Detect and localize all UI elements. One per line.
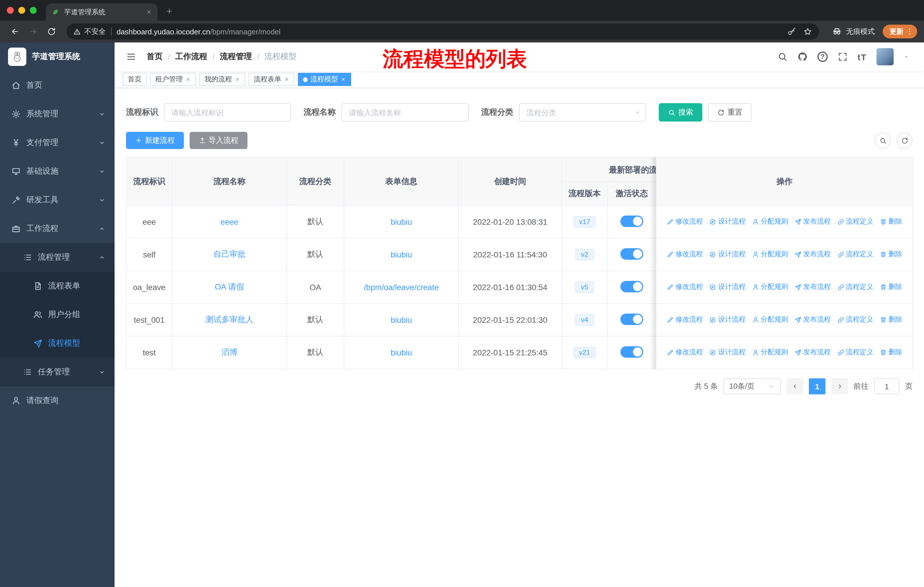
action-publish[interactable]: 发布流程 [795,348,831,357]
reset-button[interactable]: 重置 [708,103,752,122]
action-assign-rule[interactable]: 分配规则 [752,348,788,357]
action-publish[interactable]: 发布流程 [795,250,831,260]
action-delete[interactable]: 删除 [880,348,902,357]
sidebar-item-dev-tools[interactable]: 研发工具 [0,186,115,214]
breadcrumb-workflow[interactable]: 工作流程 [175,51,207,62]
version-tag[interactable]: v2 [575,249,594,260]
action-delete[interactable]: 删除 [880,282,902,292]
process-name-link[interactable]: 测试多审批人 [205,315,254,324]
action-publish[interactable]: 发布流程 [795,315,831,325]
create-process-button[interactable]: 新建流程 [126,132,184,149]
active-toggle[interactable] [620,248,643,260]
tab-close-icon[interactable] [146,9,152,15]
browser-update-button[interactable]: 更新 [883,25,917,38]
form-info-link[interactable]: /bpm/oa/leave/create [364,283,439,292]
process-name-link[interactable]: eeee [221,217,238,227]
sidebar-item-payment-management[interactable]: 支付管理 [0,128,115,157]
action-delete[interactable]: 删除 [880,217,902,227]
github-icon[interactable] [797,51,808,62]
action-publish[interactable]: 发布流程 [795,282,831,292]
tag-process-form[interactable]: 流程表单 [249,73,294,86]
close-icon[interactable] [341,75,346,83]
reload-button[interactable] [43,23,59,40]
font-size-icon[interactable]: tT [858,52,867,62]
tag-process-model[interactable]: 流程模型 [298,73,351,86]
forward-button[interactable] [25,23,41,40]
version-tag[interactable]: v21 [573,347,596,358]
action-design[interactable]: 设计流程 [710,217,746,227]
new-tab-button[interactable] [162,4,176,18]
form-info-link[interactable]: biubiu [391,315,412,324]
action-assign-rule[interactable]: 分配规则 [752,315,788,325]
show-search-button[interactable] [875,132,891,149]
action-design[interactable]: 设计流程 [710,348,746,357]
process-key-input[interactable] [164,103,291,122]
sidebar-item-process-model[interactable]: 流程模型 [0,329,115,358]
category-select-input[interactable] [519,103,646,122]
close-window-button[interactable] [7,7,14,14]
hamburger-icon[interactable] [124,49,139,64]
maximize-window-button[interactable] [30,7,37,14]
next-page-button[interactable] [831,378,848,394]
close-icon[interactable] [235,75,240,83]
address-bar[interactable]: 不安全 dashboard.yudao.iocoder.cn/bpm/manag… [66,23,819,40]
back-button[interactable] [7,23,23,40]
action-definition[interactable]: 流程定义 [837,315,873,325]
action-edit[interactable]: 修改流程 [667,217,703,227]
active-toggle[interactable] [620,215,643,227]
goto-page-input[interactable] [874,378,899,394]
action-edit[interactable]: 修改流程 [667,282,703,292]
action-definition[interactable]: 流程定义 [837,282,873,292]
active-toggle[interactable] [620,346,643,357]
sidebar-item-process-management[interactable]: 流程管理 [0,243,115,272]
prev-page-button[interactable] [787,378,803,394]
process-name-link[interactable]: OA 请假 [215,282,244,291]
tag-tenant-management[interactable]: 租户管理 [150,73,196,86]
form-info-link[interactable]: biubiu [391,250,412,259]
page-size-select[interactable]: 10条/页 [723,378,781,394]
security-label[interactable]: 不安全 [84,26,106,36]
sidebar-item-workflow[interactable]: 工作流程 [0,214,115,243]
tag-home[interactable]: 首页 [122,73,147,86]
import-process-button[interactable]: 导入流程 [190,132,248,149]
category-select[interactable] [519,103,646,122]
refresh-table-button[interactable] [896,132,912,149]
sidebar-item-task-management[interactable]: 任务管理 [0,358,115,386]
action-edit[interactable]: 修改流程 [667,250,703,260]
action-assign-rule[interactable]: 分配规则 [752,282,788,292]
close-icon[interactable] [186,75,191,83]
breadcrumb-process-management[interactable]: 流程管理 [220,51,252,62]
form-info-link[interactable]: biubiu [391,348,412,357]
minimize-window-button[interactable] [18,7,25,14]
process-name-input[interactable] [342,103,469,122]
action-edit[interactable]: 修改流程 [667,315,703,325]
active-toggle[interactable] [620,313,643,325]
action-edit[interactable]: 修改流程 [667,348,703,357]
process-name-link[interactable]: 滔博 [221,347,238,357]
action-definition[interactable]: 流程定义 [837,217,873,227]
page-number-1[interactable]: 1 [809,378,825,394]
action-delete[interactable]: 删除 [880,315,902,325]
browser-menu-dots-icon[interactable] [906,28,914,36]
search-icon[interactable] [777,51,788,62]
breadcrumb-home[interactable]: 首页 [147,51,163,62]
version-tag[interactable]: v4 [575,314,594,326]
fullscreen-icon[interactable] [838,51,848,62]
sidebar-item-system-management[interactable]: 系统管理 [0,100,115,128]
search-button[interactable]: 搜索 [659,103,702,122]
version-tag[interactable]: v5 [575,281,594,293]
action-assign-rule[interactable]: 分配规则 [752,250,788,260]
action-delete[interactable]: 删除 [880,250,902,260]
close-icon[interactable] [284,75,289,83]
password-key-icon[interactable] [787,27,796,36]
version-tag[interactable]: v17 [573,216,596,228]
user-avatar[interactable] [876,48,894,65]
form-info-link[interactable]: biubiu [391,217,412,227]
browser-tab[interactable]: 芋道管理系统 [46,3,158,21]
sidebar-item-user-group[interactable]: 用户分组 [0,300,115,329]
bookmark-star-icon[interactable] [803,27,812,36]
action-design[interactable]: 设计流程 [710,282,746,292]
sidebar-item-leave-query[interactable]: 请假查询 [0,386,115,415]
action-definition[interactable]: 流程定义 [837,250,873,260]
action-design[interactable]: 设计流程 [710,315,746,325]
